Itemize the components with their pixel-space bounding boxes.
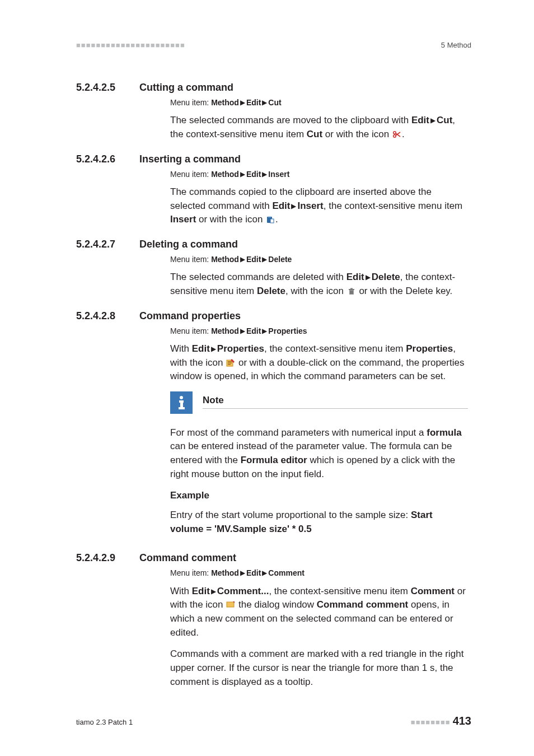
- section-title: Deleting a command: [139, 237, 238, 251]
- text: For most of the command parameters with …: [170, 427, 427, 438]
- header-chapter: 5 Method: [441, 40, 471, 51]
- page-header: ■■■■■■■■■■■■■■■■■■■■■■ 5 Method: [76, 40, 471, 51]
- svg-rect-12: [350, 288, 353, 289]
- triangle-icon: ▶: [240, 255, 245, 264]
- section-title: Command properties: [139, 309, 241, 323]
- svg-rect-22: [227, 602, 234, 607]
- text: .: [402, 129, 405, 139]
- footer-product: tiamo 2.3 Patch 1: [76, 717, 133, 728]
- section-title: Command comment: [139, 550, 236, 565]
- triangle-icon: ▶: [262, 170, 267, 179]
- menu-edit-inline: Edit: [411, 115, 429, 125]
- svg-rect-5: [268, 216, 271, 217]
- triangle-icon: ▶: [262, 255, 267, 264]
- text: , the context-sensitive menu item: [269, 586, 410, 596]
- paragraph: Commands with a comment are marked with …: [170, 647, 468, 689]
- section-insert: 5.2.4.2.6 Inserting a command Menu item:…: [76, 152, 471, 227]
- menu-path: Menu item: Method▶Edit▶Insert: [170, 169, 468, 180]
- triangle-icon: ▶: [262, 98, 267, 108]
- comment-icon: [226, 599, 235, 607]
- paragraph: The commands copied to the clipboard are…: [170, 185, 468, 227]
- example-heading: Example: [170, 489, 468, 503]
- triangle-icon: ▶: [262, 326, 267, 336]
- menu-prefix: Menu item:: [170, 98, 211, 107]
- triangle-icon: ▶: [211, 587, 216, 596]
- section-number: 5.2.4.2.7: [76, 237, 139, 251]
- text: .: [275, 214, 278, 225]
- menu-last: Cut: [268, 98, 281, 107]
- menu-method: Method: [211, 170, 239, 179]
- svg-rect-16: [228, 364, 231, 365]
- triangle-icon: ▶: [240, 98, 245, 108]
- svg-rect-20: [180, 400, 183, 408]
- menu-edit-inline: Edit: [272, 200, 290, 211]
- note-info-icon: [170, 391, 193, 414]
- section-delete: 5.2.4.2.7 Deleting a command Menu item: …: [76, 237, 471, 298]
- footer-dashes: ■■■■■■■■: [411, 718, 451, 726]
- menu-insert-inline: Insert: [297, 200, 323, 211]
- menu-last: Comment: [268, 568, 305, 577]
- triangle-icon: ▶: [240, 170, 245, 179]
- menu-edit: Edit: [246, 326, 261, 335]
- menu-edit: Edit: [246, 255, 261, 264]
- menu-properties-inline: Properties: [406, 343, 453, 354]
- properties-icon: [226, 357, 235, 365]
- menu-prefix: Menu item:: [170, 170, 211, 179]
- menu-last: Delete: [268, 255, 292, 264]
- section-heading: 5.2.4.2.8 Command properties: [76, 309, 471, 323]
- menu-prefix: Menu item:: [170, 255, 211, 264]
- text: , the context-sensitive menu item: [324, 200, 463, 211]
- triangle-icon: ▶: [240, 326, 245, 336]
- note-header: Note: [170, 391, 468, 414]
- section-heading: 5.2.4.2.9 Command comment: [76, 550, 471, 565]
- text: The selected commands are deleted with: [170, 272, 346, 282]
- section-number: 5.2.4.2.9: [76, 550, 139, 565]
- footer-right: ■■■■■■■■413: [411, 713, 471, 729]
- section-heading: 5.2.4.2.6 Inserting a command: [76, 152, 471, 166]
- menu-prefix: Menu item:: [170, 568, 211, 577]
- svg-point-18: [180, 396, 183, 399]
- menu-method: Method: [211, 255, 239, 264]
- svg-rect-6: [270, 219, 274, 223]
- menu-delete-inline: Delete: [372, 272, 400, 282]
- scissors-icon: [392, 129, 401, 137]
- menu-edit: Edit: [246, 568, 261, 577]
- formula-term: formula: [427, 427, 461, 438]
- menu-edit-inline: Edit: [192, 343, 210, 354]
- note-title-wrap: Note: [203, 391, 468, 409]
- menu-path: Menu item: Method▶Edit▶Delete: [170, 254, 468, 265]
- example-paragraph: Entry of the start volume proportional t…: [170, 508, 468, 536]
- section-title: Inserting a command: [139, 152, 241, 166]
- svg-rect-9: [350, 291, 350, 294]
- section-heading: 5.2.4.2.5 Cutting a command: [76, 80, 471, 95]
- note-box: Note For most of the command parameters …: [170, 391, 468, 536]
- menu-last: Insert: [268, 170, 289, 179]
- menu-edit-inline: Edit: [346, 272, 364, 282]
- menu-comment-inline: Comment: [411, 586, 455, 596]
- section-number: 5.2.4.2.8: [76, 309, 139, 323]
- svg-rect-14: [228, 361, 232, 362]
- menu-path: Menu item: Method▶Edit▶Comment: [170, 567, 468, 578]
- menu-delete-inline: Delete: [257, 286, 285, 296]
- menu-cut-inline: Cut: [437, 115, 452, 125]
- text: , with the icon: [285, 286, 346, 296]
- menu-last: Properties: [268, 326, 307, 335]
- paragraph: With Edit▶Properties, the context-sensit…: [170, 342, 468, 384]
- menu-cut-inline: Cut: [307, 129, 322, 139]
- text: The selected commands are moved to the c…: [170, 115, 411, 125]
- svg-rect-15: [228, 362, 232, 363]
- paragraph: The selected commands are deleted with E…: [170, 270, 468, 298]
- menu-edit: Edit: [246, 170, 261, 179]
- paragraph: With Edit▶Comment..., the context-sensit…: [170, 585, 468, 640]
- triangle-icon: ▶: [240, 568, 245, 578]
- header-dashes: ■■■■■■■■■■■■■■■■■■■■■■: [76, 40, 185, 51]
- menu-prefix: Menu item:: [170, 326, 211, 335]
- note-paragraph: For most of the command parameters with …: [170, 426, 468, 482]
- section-properties: 5.2.4.2.8 Command properties Menu item: …: [76, 309, 471, 384]
- note-title: Note: [203, 394, 468, 409]
- triangle-icon: ▶: [262, 568, 267, 578]
- menu-method: Method: [211, 326, 239, 335]
- text: or with the icon: [196, 214, 265, 225]
- menu-properties-inline: Properties: [217, 343, 264, 354]
- menu-path: Menu item: Method▶Edit▶Properties: [170, 325, 468, 337]
